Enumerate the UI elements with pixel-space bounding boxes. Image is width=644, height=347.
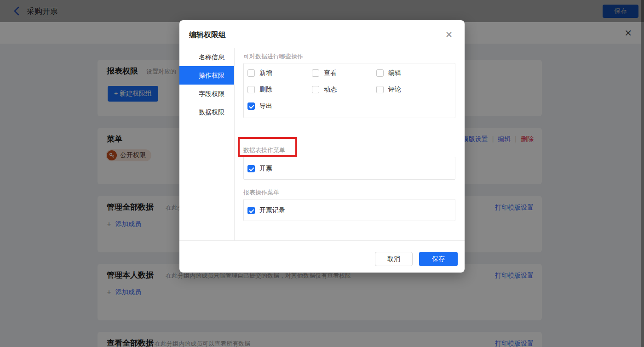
annotation-highlight-box bbox=[238, 137, 297, 157]
checkbox-option[interactable]: 评论 bbox=[376, 85, 401, 94]
tab-field-permission[interactable]: 字段权限 bbox=[179, 85, 234, 103]
checkbox-checked[interactable] bbox=[247, 165, 255, 172]
modal-close-icon[interactable]: ✕ bbox=[445, 29, 453, 40]
group-label-data-ops: 可对数据进行哪些操作 bbox=[243, 52, 303, 61]
topbar-dim-overlay bbox=[0, 0, 644, 22]
checkbox-unchecked[interactable] bbox=[312, 69, 319, 77]
modal-footer-divider bbox=[179, 240, 465, 241]
checkbox-option[interactable]: 删除 bbox=[247, 85, 272, 94]
checkbox-option[interactable]: 新增 bbox=[247, 69, 272, 77]
tab-data-permission[interactable]: 数据权限 bbox=[179, 103, 234, 121]
report-menu-box: 开票记录 bbox=[243, 199, 455, 221]
modal-title: 编辑权限组 bbox=[189, 30, 226, 40]
tab-name-info[interactable]: 名称信息 bbox=[179, 48, 234, 66]
group-label-report-menu: 报表操作菜单 bbox=[243, 188, 279, 197]
checkbox-unchecked[interactable] bbox=[247, 69, 255, 77]
save-button[interactable]: 保存 bbox=[419, 252, 458, 266]
checkbox-option[interactable]: 查看 bbox=[312, 69, 337, 77]
checkbox-unchecked[interactable] bbox=[376, 69, 384, 77]
checkbox-option[interactable]: 开票 bbox=[247, 165, 272, 173]
checkbox-option[interactable]: 动态 bbox=[312, 85, 337, 94]
checkbox-checked[interactable] bbox=[247, 102, 255, 110]
checkbox-option[interactable]: 开票记录 bbox=[247, 206, 285, 215]
checkbox-unchecked[interactable] bbox=[247, 86, 255, 93]
edit-permission-group-modal: 编辑权限组 ✕ 名称信息 操作权限 字段权限 数据权限 可对数据进行哪些操作 新… bbox=[179, 20, 465, 273]
checkbox-option[interactable]: 导出 bbox=[247, 102, 272, 110]
modal-tab-sidebar: 名称信息 操作权限 字段权限 数据权限 bbox=[179, 48, 235, 240]
table-menu-box: 开票 bbox=[243, 157, 455, 180]
tab-operation-permission[interactable]: 操作权限 bbox=[179, 66, 234, 85]
checkbox-checked[interactable] bbox=[247, 207, 255, 214]
checkbox-option[interactable]: 编辑 bbox=[376, 69, 401, 77]
checkbox-unchecked[interactable] bbox=[376, 86, 384, 93]
checkbox-unchecked[interactable] bbox=[312, 86, 319, 93]
data-ops-box: 新增 查看 编辑 删除 动态 评论 导出 bbox=[243, 63, 455, 118]
cancel-button[interactable]: 取消 bbox=[375, 252, 413, 266]
